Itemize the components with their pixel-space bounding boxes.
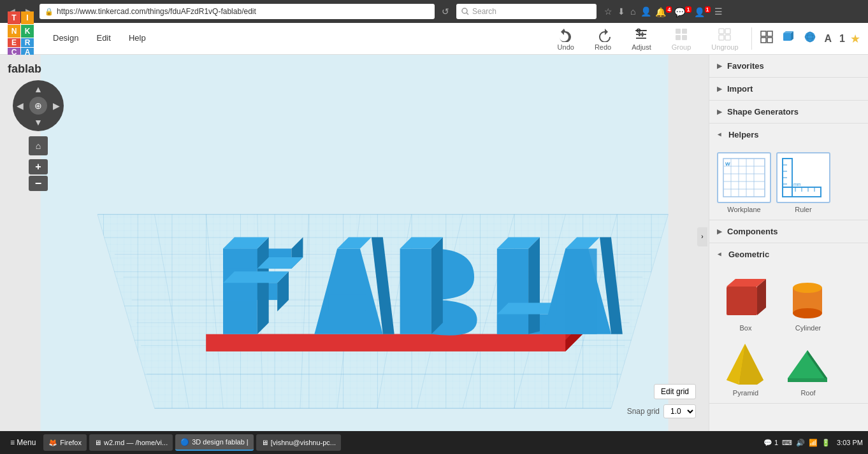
favorite-button[interactable]: ★ bbox=[850, 32, 860, 46]
zoom-in-button[interactable]: + bbox=[29, 159, 48, 174]
svg-point-0 bbox=[462, 8, 467, 13]
components-header[interactable]: ▶ Components bbox=[709, 220, 868, 243]
box-view-button[interactable] bbox=[779, 27, 798, 50]
download-button[interactable]: ⬇ bbox=[616, 5, 626, 18]
text-a-button[interactable]: A bbox=[822, 31, 835, 47]
pyramid-img bbox=[719, 337, 773, 388]
sphere-view-icon bbox=[803, 30, 817, 44]
menu-design[interactable]: Design bbox=[44, 23, 87, 55]
sphere-view-button[interactable] bbox=[800, 27, 820, 50]
grid-view-icon bbox=[760, 30, 774, 44]
svg-rect-14 bbox=[761, 31, 766, 36]
redo-button[interactable]: Redo bbox=[587, 24, 619, 53]
cylinder-card[interactable]: Cylinder bbox=[779, 272, 837, 332]
edit-grid-button[interactable]: Edit grid bbox=[654, 384, 696, 399]
browser-menu-button[interactable]: ☰ bbox=[713, 5, 724, 18]
svg-rect-11 bbox=[725, 29, 730, 34]
taskbar-network[interactable]: 📶 bbox=[809, 439, 818, 447]
refresh-button[interactable]: ↺ bbox=[438, 5, 452, 18]
text-1-button[interactable]: 1 bbox=[837, 31, 848, 47]
search-placeholder: Search bbox=[472, 7, 496, 16]
ungroup-button[interactable]: Ungroup bbox=[704, 24, 746, 53]
undo-button[interactable]: Undo bbox=[550, 24, 582, 53]
svg-rect-10 bbox=[719, 29, 724, 34]
taskbar-terminal1[interactable]: 🖥 w2.md — /home/vi... bbox=[89, 434, 173, 451]
notif1-badge[interactable]: 🔔4 bbox=[655, 6, 672, 17]
box-img bbox=[719, 272, 773, 323]
workplane-img: W bbox=[717, 152, 771, 203]
helpers-header[interactable]: ▼ Helpers bbox=[709, 124, 868, 146]
shape-generators-arrow: ▶ bbox=[717, 108, 722, 115]
taskbar-firefox[interactable]: 🦊 Firefox bbox=[43, 434, 87, 451]
search-bar[interactable]: Search bbox=[456, 4, 597, 19]
svg-rect-64 bbox=[400, 248, 431, 334]
svg-text:W: W bbox=[725, 161, 730, 167]
taskbar-chat[interactable]: 💬 1 bbox=[763, 439, 778, 447]
logo-k: K bbox=[21, 25, 34, 38]
adjust-button[interactable]: Adjust bbox=[624, 24, 659, 53]
box-card[interactable]: Box bbox=[717, 272, 774, 332]
svg-rect-18 bbox=[783, 33, 791, 41]
svg-rect-16 bbox=[761, 38, 766, 43]
cylinder-label: Cylinder bbox=[795, 324, 821, 332]
notif3-badge[interactable]: 👤1 bbox=[694, 6, 711, 17]
svg-rect-61 bbox=[329, 294, 366, 310]
shape-generators-header[interactable]: ▶ Shape Generators bbox=[709, 101, 868, 123]
logo-t: T bbox=[8, 11, 20, 24]
favorites-header[interactable]: ▶ Favorites bbox=[709, 55, 868, 77]
taskbar-volume[interactable]: 🔊 bbox=[796, 439, 805, 447]
import-arrow: ▶ bbox=[717, 85, 722, 92]
svg-marker-108 bbox=[788, 350, 827, 378]
home-view-button[interactable]: ⌂ bbox=[29, 136, 48, 155]
pyramid-card[interactable]: Pyramid bbox=[717, 337, 774, 397]
logo-r: R bbox=[21, 38, 34, 47]
workplane-label: Workplane bbox=[727, 206, 760, 213]
taskbar-tinkercad[interactable]: 🔵 3D design fablab | bbox=[175, 434, 253, 451]
svg-rect-9 bbox=[682, 35, 687, 40]
browser-icons: ☆ ⬇ ⌂ 👤 🔔4 💬1 👤1 ☰ bbox=[603, 5, 724, 18]
roof-icon bbox=[783, 339, 834, 387]
menu-edit[interactable]: Edit bbox=[87, 23, 119, 55]
svg-text:mm: mm bbox=[793, 182, 801, 187]
undo-icon bbox=[558, 27, 574, 42]
taskbar-battery[interactable]: 🔋 bbox=[821, 439, 830, 447]
tinkercad-icon: 🔵 bbox=[180, 438, 189, 446]
taskbar-menu[interactable]: ≡ Menu bbox=[5, 437, 41, 448]
workplane-card[interactable]: W Workplane bbox=[717, 152, 771, 213]
cylinder-img bbox=[781, 272, 835, 323]
svg-rect-15 bbox=[767, 31, 772, 36]
project-title: fablab bbox=[8, 62, 41, 76]
geometric-header[interactable]: ▼ Geometric bbox=[709, 243, 868, 266]
ruler-card[interactable]: mm Ruler bbox=[776, 152, 830, 213]
svg-point-104 bbox=[793, 308, 822, 318]
svg-rect-6 bbox=[676, 29, 681, 34]
menu-help[interactable]: Help bbox=[120, 23, 155, 55]
roof-label: Roof bbox=[800, 389, 815, 397]
address-bar[interactable]: 🔒 https://www.tinkercad.com/things/fduAF… bbox=[40, 4, 435, 19]
favorites-label: Favorites bbox=[727, 61, 764, 71]
bookmark-button[interactable]: ☆ bbox=[603, 5, 614, 18]
nav-center[interactable]: ⊕ bbox=[29, 97, 47, 115]
components-arrow: ▶ bbox=[717, 228, 722, 235]
adjust-icon bbox=[633, 27, 649, 42]
canvas-area[interactable]: fablab ? ▲ ▼ ◀ ▶ ⊕ ⌂ + − bbox=[0, 55, 709, 431]
taskbar-terminal2[interactable]: 🖥 [vishnu@vishnu-pc... bbox=[256, 434, 341, 451]
home-button[interactable]: ⌂ bbox=[629, 5, 637, 18]
snap-grid-select[interactable]: 1.0 0.5 2.0 bbox=[663, 404, 696, 418]
nav-pad[interactable]: ▲ ▼ ◀ ▶ ⊕ bbox=[13, 80, 64, 131]
zoom-out-button[interactable]: − bbox=[29, 176, 48, 191]
pyramid-label: Pyramid bbox=[733, 389, 758, 397]
components-section: ▶ Components bbox=[709, 220, 868, 243]
helpers-label: Helpers bbox=[728, 130, 759, 139]
svg-marker-59 bbox=[223, 271, 289, 283]
group-button[interactable]: Group bbox=[664, 24, 699, 53]
notif2-badge[interactable]: 💬1 bbox=[674, 6, 691, 17]
taskbar-keyboard[interactable]: ⌨ bbox=[782, 439, 792, 447]
app-menu: Design Edit Help bbox=[44, 23, 155, 55]
shape-cards: Box Cyl bbox=[717, 272, 860, 397]
import-header[interactable]: ▶ Import bbox=[709, 78, 868, 100]
profile-button[interactable]: 👤 bbox=[639, 5, 653, 18]
grid-view-button[interactable] bbox=[757, 27, 776, 50]
search-icon bbox=[461, 8, 469, 15]
roof-card[interactable]: Roof bbox=[779, 337, 837, 397]
